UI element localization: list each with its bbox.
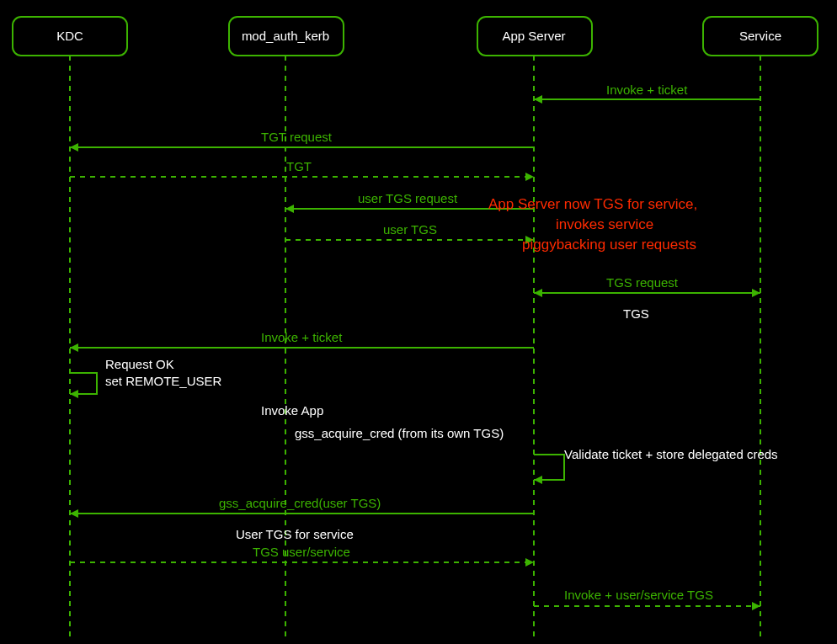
label-m9b: set REMOTE_USER [105, 374, 222, 388]
participant-svc-label: Service [739, 29, 781, 43]
label-m4: user TGS request [358, 191, 458, 205]
self-m9 [70, 373, 97, 394]
participant-mod-label: mod_auth_kerb [242, 29, 329, 43]
label-m3: TGT [286, 159, 312, 173]
label-m11: gss_acquire_cred (from its own TGS) [295, 426, 504, 440]
label-m12: Validate ticket + store delegated creds [564, 447, 778, 461]
label-m1: Invoke + ticket [606, 82, 688, 97]
label-m16: Invoke + user/service TGS [564, 588, 713, 602]
label-m10: Invoke App [261, 403, 323, 418]
note-line2: invokes service [556, 216, 653, 232]
participant-app-label: App Server [502, 29, 565, 43]
label-m8: Invoke + ticket [261, 330, 343, 344]
label-m7: TGS [623, 306, 649, 321]
label-m13: gss_acquire_cred(user TGS) [219, 496, 381, 510]
participant-kdc-label: KDC [56, 29, 83, 43]
label-m5: user TGS [383, 222, 437, 237]
label-m15: TGS user/service [253, 545, 350, 559]
label-m6: TGS request [606, 275, 679, 290]
label-m2: TGT request [261, 130, 333, 144]
label-m14: User TGS for service [236, 527, 354, 541]
sequence-diagram: KDC mod_auth_kerb App Server Service Inv… [0, 0, 837, 644]
note-line3: piggybacking user requests [522, 237, 696, 253]
self-m12 [534, 455, 564, 480]
note-line1: App Server now TGS for service, [488, 196, 697, 212]
label-m9a: Request OK [105, 357, 174, 371]
